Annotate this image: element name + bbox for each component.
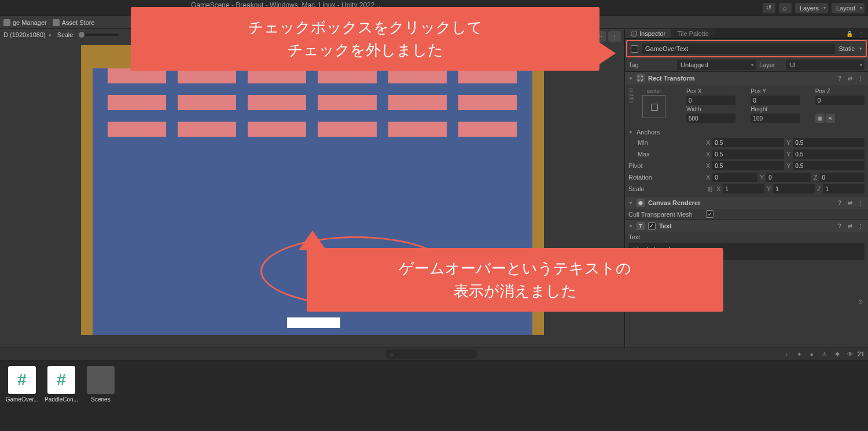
audio-icon[interactable]: ♪ (781, 349, 792, 359)
menu-icon[interactable]: ⋮ (856, 74, 865, 82)
scale-slider[interactable] (79, 34, 119, 36)
scale-label: Scale (628, 185, 704, 192)
search-field[interactable] (385, 349, 478, 359)
component-title: Rect Transform (648, 75, 832, 82)
active-checkbox[interactable] (631, 45, 638, 53)
menu-icon[interactable]: ⋮ (856, 222, 865, 230)
text-label: Text (628, 233, 704, 240)
help-icon[interactable]: ? (836, 199, 844, 207)
package-manager-tab[interactable]: ge Manager (3, 19, 47, 26)
menu-icon[interactable]: ⋮ (856, 29, 866, 38)
box-icon (3, 19, 10, 26)
resolution-dropdown[interactable]: D (1920x1080) ▾ (3, 31, 52, 38)
height-label: Height (751, 106, 800, 112)
preset-icon[interactable]: ⇄ (846, 74, 854, 82)
viewport-menu[interactable]: ⋮ (608, 31, 621, 42)
annotation-bubble-2: ゲームオーバーというテキストの表示が消えました (307, 248, 723, 312)
bubble-tail (598, 42, 616, 65)
gizmo-icon[interactable]: ✱ (832, 349, 843, 359)
anchors-label[interactable]: Anchors (637, 129, 707, 136)
layer-label: Layer (759, 61, 782, 68)
pivot-x[interactable] (712, 161, 784, 170)
fold-icon[interactable]: ▼ (628, 76, 633, 81)
help-icon[interactable]: ? (836, 222, 844, 230)
rot-x[interactable] (712, 173, 757, 182)
scale-label: Scale (57, 31, 73, 38)
rot-y[interactable] (766, 173, 811, 182)
object-header: GameOverText Static ▾ (626, 40, 867, 57)
fold-icon[interactable]: ▼ (628, 224, 633, 229)
posy-input[interactable] (751, 96, 800, 105)
anchor-min-x[interactable] (712, 138, 784, 147)
raw-edit-mode[interactable]: R (826, 114, 835, 123)
brick (178, 95, 236, 110)
preset-icon[interactable]: ⇄ (846, 222, 854, 230)
layer-dropdown[interactable]: UI (786, 60, 865, 70)
rot-z[interactable] (819, 173, 865, 182)
project-item[interactable]: Scenes (84, 366, 117, 403)
posx-label: Pos X (686, 88, 735, 94)
tab-inspector[interactable]: ⓘInspector (625, 29, 671, 38)
constrain-icon[interactable]: ⛓ (706, 185, 714, 193)
text-icon: T (637, 222, 645, 230)
cull-checkbox[interactable]: ✓ (706, 210, 713, 218)
asset-store-tab[interactable]: Asset Store (53, 19, 95, 26)
undo-history-icon[interactable]: ↺ (763, 3, 775, 13)
scale-x[interactable] (723, 184, 764, 193)
picker-icon[interactable]: ⊙ (856, 297, 865, 305)
tab-tile-palette[interactable]: Tile Palette (671, 29, 715, 38)
object-name-field[interactable]: GameOverText (642, 43, 835, 54)
fx-icon[interactable]: ✦ (794, 349, 804, 359)
text-enabled-checkbox[interactable]: ✓ (648, 222, 656, 230)
max-label: Max (628, 151, 704, 158)
file-name: GameOver... (5, 396, 39, 403)
brick (458, 95, 517, 110)
layers-dropdown[interactable]: Layers (795, 3, 828, 13)
visibility-icon[interactable]: 👁 (845, 349, 855, 359)
pivot-y[interactable] (793, 161, 865, 170)
anchor-preset[interactable] (642, 95, 665, 118)
brick (458, 122, 517, 137)
preset-icon[interactable]: ⇄ (846, 199, 854, 207)
lock-icon[interactable]: 🔒 (845, 29, 854, 38)
blueprint-mode[interactable]: ▦ (815, 114, 825, 123)
canvas-renderer-component: ▼ ◉ Canvas Renderer ?⇄⋮ Cull Transparent… (625, 196, 868, 219)
menu-icon[interactable]: ⋮ (856, 199, 865, 207)
scale-z[interactable] (823, 184, 865, 193)
min-label: Min (628, 139, 704, 146)
file-name: PaddleCon... (44, 396, 79, 403)
brick (108, 95, 166, 110)
paddle (287, 317, 340, 328)
help-icon[interactable]: ? (836, 74, 844, 82)
brick (388, 122, 447, 137)
layout-dropdown[interactable]: Layout (832, 3, 865, 13)
project-item[interactable]: # PaddleCon... (45, 366, 78, 403)
error-icon[interactable]: ⚠ (819, 349, 830, 359)
transform-icon: ⛶ (637, 74, 645, 82)
project-item[interactable]: # GameOver... (6, 366, 38, 403)
pivot-label: Pivot (628, 162, 704, 169)
posx-input[interactable] (686, 96, 735, 105)
hidden-count: 21 (858, 350, 865, 357)
posz-label: Pos Z (815, 88, 865, 94)
scale-y[interactable] (773, 184, 815, 193)
brick (318, 122, 376, 137)
posz-input[interactable] (815, 96, 865, 105)
tag-dropdown[interactable]: Untagged (677, 60, 756, 70)
light-icon[interactable]: ● (807, 349, 817, 359)
static-label[interactable]: Static (838, 45, 855, 52)
anchor-max-y[interactable] (793, 149, 865, 159)
posy-label: Pos Y (751, 88, 800, 94)
width-label: Width (686, 106, 735, 112)
height-input[interactable] (751, 114, 800, 123)
chevron-down-icon[interactable]: ▾ (859, 46, 862, 52)
search-icon[interactable]: ⌕ (779, 3, 792, 13)
fold-icon[interactable]: ▼ (628, 200, 633, 206)
width-input[interactable] (686, 114, 735, 123)
anchor-min-y[interactable] (793, 138, 865, 147)
anchor-max-x[interactable] (712, 149, 784, 159)
brick (248, 122, 306, 137)
folder-icon (87, 366, 115, 394)
file-name: Scenes (83, 396, 118, 403)
script-icon: # (8, 366, 36, 394)
